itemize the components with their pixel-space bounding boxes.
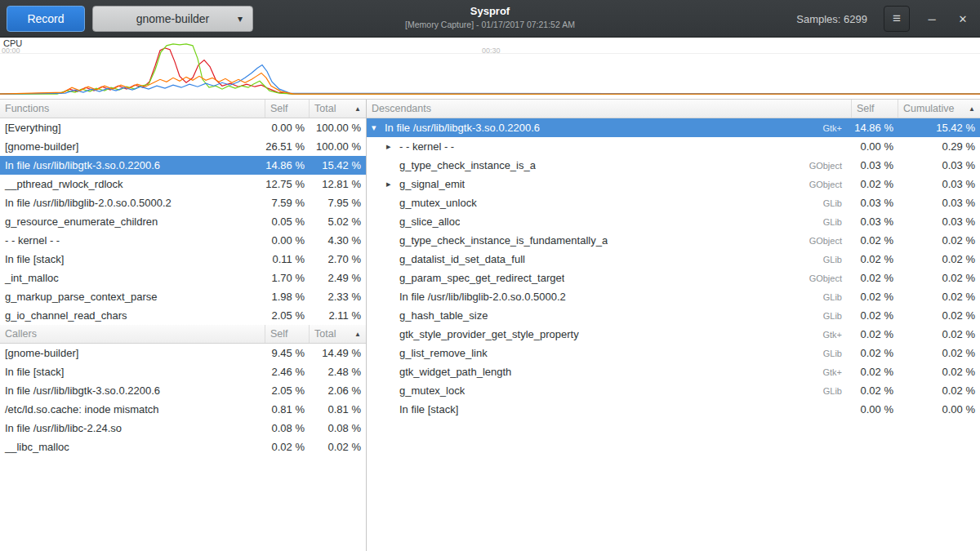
- function-name: In file [stack]: [399, 403, 458, 415]
- function-name: g_param_spec_get_redirect_target: [399, 272, 564, 284]
- function-row[interactable]: - - kernel - -0.00 %4.30 %: [0, 231, 366, 250]
- descendant-name-cell: gtk_widget_path_lengthGtk+: [367, 362, 852, 381]
- total-percent: 2.06 %: [310, 381, 366, 400]
- descendant-name-cell: gtk_style_provider_get_style_propertyGtk…: [367, 325, 852, 344]
- cpu-graph-panel[interactable]: CPU 00:00 00:30: [0, 38, 980, 100]
- caller-row[interactable]: [gnome-builder]9.45 %14.49 %: [0, 344, 366, 362]
- descendant-row[interactable]: In file /usr/lib/libglib-2.0.so.0.5000.2…: [367, 287, 980, 306]
- expander-open-icon[interactable]: ▾: [372, 122, 385, 133]
- self-percent: 0.02 %: [852, 381, 898, 400]
- descendant-row[interactable]: ▸- - kernel - -0.00 %0.29 %: [367, 137, 980, 156]
- descendant-row[interactable]: g_type_check_instance_is_fundamentally_a…: [367, 231, 980, 250]
- descendant-row[interactable]: ▸g_signal_emitGObject0.02 %0.03 %: [367, 175, 980, 193]
- function-row[interactable]: In file [stack]0.11 %2.70 %: [0, 250, 366, 269]
- column-header-functions[interactable]: Functions: [0, 100, 265, 118]
- descendant-row[interactable]: g_hash_table_sizeGLib0.02 %0.02 %: [367, 306, 980, 325]
- column-header-descendants[interactable]: Descendants: [367, 100, 852, 118]
- function-name: In file [stack]: [0, 362, 265, 381]
- cumulative-percent: 0.02 %: [898, 287, 980, 306]
- library-badge: GObject: [803, 180, 847, 189]
- chevron-down-icon: ▾: [238, 13, 243, 24]
- self-percent: 12.75 %: [265, 175, 310, 193]
- expander-closed-icon[interactable]: ▸: [386, 179, 399, 189]
- descendant-row[interactable]: g_slice_allocGLib0.03 %0.03 %: [367, 212, 980, 231]
- column-header-self[interactable]: Self: [265, 100, 310, 118]
- function-row[interactable]: __pthread_rwlock_rdlock12.75 %12.81 %: [0, 175, 366, 193]
- self-percent: 2.05 %: [265, 306, 310, 325]
- function-row[interactable]: In file /usr/lib/libglib-2.0.so.0.5000.2…: [0, 193, 366, 212]
- self-percent: 0.00 %: [265, 231, 310, 250]
- function-row[interactable]: [Everything]0.00 %100.00 %: [0, 118, 366, 137]
- expander-closed-icon[interactable]: ▸: [386, 141, 399, 152]
- column-header-total-label: Total: [314, 103, 336, 114]
- total-percent: 100.00 %: [310, 118, 366, 137]
- functions-table-header: Functions Self Total ▲: [0, 100, 366, 118]
- cumulative-percent: 0.03 %: [898, 212, 980, 231]
- descendant-row[interactable]: g_mutex_unlockGLib0.03 %0.03 %: [367, 193, 980, 212]
- descendant-row[interactable]: ▾In file /usr/lib/libgtk-3.so.0.2200.6Gt…: [367, 118, 980, 137]
- library-badge: GObject: [803, 161, 847, 171]
- function-name: [Everything]: [0, 118, 265, 137]
- self-percent: 0.03 %: [852, 193, 898, 212]
- function-name: In file /usr/lib/libglib-2.0.so.0.5000.2: [0, 193, 265, 212]
- column-header-cumulative[interactable]: Cumulative ▲: [898, 100, 980, 118]
- process-selector-dropdown[interactable]: gnome-builder ▾: [92, 6, 253, 32]
- descendant-row[interactable]: g_list_remove_linkGLib0.02 %0.02 %: [367, 344, 980, 362]
- left-panel: Functions Self Total ▲ [Everything]0.00 …: [0, 100, 367, 551]
- self-percent: 0.00 %: [852, 400, 898, 419]
- menu-button[interactable]: ≡: [884, 6, 910, 32]
- function-name: g_type_check_instance_is_a: [399, 159, 536, 171]
- close-button[interactable]: ✕: [954, 7, 972, 31]
- library-badge: GLib: [817, 217, 847, 227]
- function-row[interactable]: [gnome-builder]26.51 %100.00 %: [0, 137, 366, 156]
- total-percent: 5.02 %: [310, 212, 366, 231]
- function-row[interactable]: g_markup_parse_context_parse1.98 %2.33 %: [0, 287, 366, 306]
- caller-row[interactable]: In file /usr/lib/libgtk-3.so.0.2200.62.0…: [0, 381, 366, 400]
- caller-row[interactable]: /etc/ld.so.cache: inode mismatch0.81 %0.…: [0, 400, 366, 419]
- descendants-panel: Descendants Self Cumulative ▲ ▾In file /…: [367, 100, 980, 551]
- record-button[interactable]: Record: [7, 6, 85, 32]
- cumulative-percent: 0.02 %: [898, 231, 980, 250]
- descendant-row[interactable]: gtk_widget_path_lengthGtk+0.02 %0.02 %: [367, 362, 980, 381]
- headerbar: Record gnome-builder ▾ Sysprof [Memory C…: [0, 0, 980, 38]
- column-header-self[interactable]: Self: [265, 325, 310, 343]
- function-name: In file /usr/lib/libc-2.24.so: [0, 419, 265, 438]
- descendant-row[interactable]: g_param_spec_get_redirect_targetGObject0…: [367, 269, 980, 287]
- function-name: g_mutex_unlock: [399, 197, 477, 209]
- descendant-row[interactable]: gtk_style_provider_get_style_propertyGtk…: [367, 325, 980, 344]
- function-row[interactable]: In file /usr/lib/libgtk-3.so.0.2200.614.…: [0, 156, 366, 175]
- self-percent: 0.02 %: [852, 362, 898, 381]
- cumulative-percent: 0.02 %: [898, 381, 980, 400]
- function-row[interactable]: _int_malloc1.70 %2.49 %: [0, 269, 366, 287]
- self-percent: 1.70 %: [265, 269, 310, 287]
- function-row[interactable]: g_resource_enumerate_children0.05 %5.02 …: [0, 212, 366, 231]
- time-tick-mid: 00:30: [482, 47, 501, 55]
- caller-row[interactable]: In file /usr/lib/libc-2.24.so0.08 %0.08 …: [0, 419, 366, 438]
- cumulative-percent: 0.29 %: [898, 137, 980, 156]
- cumulative-percent: 0.02 %: [898, 362, 980, 381]
- descendant-name-cell: g_datalist_id_set_data_fullGLib: [367, 250, 852, 269]
- cumulative-percent: 0.00 %: [898, 400, 980, 419]
- function-name: /etc/ld.so.cache: inode mismatch: [0, 400, 265, 419]
- caller-row[interactable]: __libc_malloc0.02 %0.02 %: [0, 438, 366, 456]
- library-badge: GLib: [817, 198, 847, 208]
- descendant-row[interactable]: g_datalist_id_set_data_fullGLib0.02 %0.0…: [367, 250, 980, 269]
- caller-row[interactable]: In file [stack]2.46 %2.48 %: [0, 362, 366, 381]
- descendant-name-cell: In file [stack]: [367, 400, 852, 419]
- column-header-total[interactable]: Total ▲: [310, 100, 366, 118]
- minimize-button[interactable]: ─: [923, 7, 941, 31]
- function-name: In file /usr/lib/libgtk-3.so.0.2200.6: [0, 156, 265, 175]
- column-header-total[interactable]: Total ▲: [310, 325, 366, 343]
- total-percent: 100.00 %: [310, 137, 366, 156]
- descendant-row[interactable]: g_mutex_lockGLib0.02 %0.02 %: [367, 381, 980, 400]
- descendant-row[interactable]: In file [stack]0.00 %0.00 %: [367, 400, 980, 419]
- descendant-row[interactable]: g_type_check_instance_is_aGObject0.03 %0…: [367, 156, 980, 175]
- column-header-self[interactable]: Self: [852, 100, 898, 118]
- library-badge: GLib: [817, 349, 847, 358]
- column-header-callers[interactable]: Callers: [0, 325, 265, 343]
- descendant-name-cell: g_type_check_instance_is_aGObject: [367, 156, 852, 175]
- profile-panels: Functions Self Total ▲ [Everything]0.00 …: [0, 100, 980, 551]
- cpu-line-cpu-blue: [0, 65, 980, 95]
- function-row[interactable]: g_io_channel_read_chars2.05 %2.11 %: [0, 306, 366, 325]
- self-percent: 0.02 %: [852, 175, 898, 193]
